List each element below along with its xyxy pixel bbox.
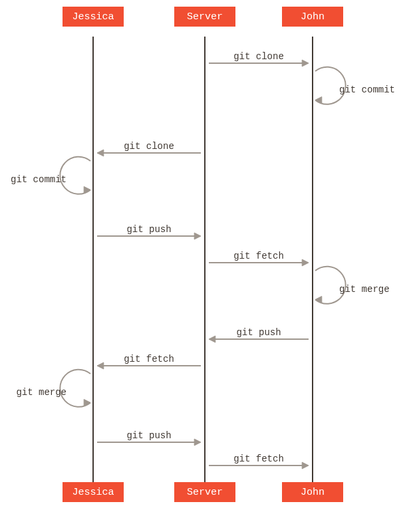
message-2: git clone bbox=[97, 141, 201, 156]
actor-top-john: John bbox=[282, 7, 343, 27]
message-label: git clone bbox=[124, 141, 174, 152]
message-label: git push bbox=[126, 224, 171, 235]
message-label: git merge bbox=[339, 284, 390, 295]
actor-label: Jessica bbox=[72, 487, 114, 498]
actor-bottom-jessica: Jessica bbox=[63, 482, 124, 502]
actor-label: John bbox=[301, 11, 325, 23]
svg-marker-4 bbox=[97, 150, 104, 156]
message-label: git commit bbox=[11, 174, 67, 185]
message-label: git push bbox=[126, 430, 171, 441]
actor-label: Server bbox=[187, 487, 223, 498]
message-label: git commit bbox=[339, 84, 395, 95]
actor-bottom-john: John bbox=[282, 482, 343, 502]
svg-marker-17 bbox=[194, 439, 201, 446]
actor-bottom-server: Server bbox=[174, 482, 235, 502]
svg-marker-14 bbox=[97, 362, 104, 369]
message-1: git commit bbox=[315, 67, 395, 104]
message-3: git commit bbox=[11, 157, 90, 194]
message-0: git clone bbox=[209, 51, 309, 66]
sequence-diagram: git clonegit commitgit clonegit commitgi… bbox=[0, 0, 417, 532]
message-5: git fetch bbox=[209, 251, 309, 266]
message-4: git push bbox=[97, 224, 201, 239]
message-11: git fetch bbox=[209, 454, 309, 469]
svg-marker-1 bbox=[302, 60, 309, 66]
message-10: git push bbox=[97, 430, 201, 446]
message-6: git merge bbox=[315, 267, 390, 304]
message-7: git push bbox=[209, 327, 309, 342]
message-8: git fetch bbox=[97, 354, 201, 369]
message-label: git fetch bbox=[233, 251, 284, 261]
actor-top-jessica: Jessica bbox=[63, 7, 124, 27]
actor-label: John bbox=[301, 487, 325, 498]
actor-label: Jessica bbox=[72, 11, 114, 23]
message-label: git push bbox=[236, 327, 281, 338]
actor-label: Server bbox=[187, 11, 223, 23]
svg-marker-19 bbox=[302, 462, 309, 469]
message-label: git fetch bbox=[233, 454, 284, 464]
message-label: git clone bbox=[233, 51, 284, 62]
message-9: git merge bbox=[16, 370, 90, 407]
svg-marker-12 bbox=[209, 336, 215, 342]
message-label: git merge bbox=[16, 387, 67, 398]
message-label: git fetch bbox=[124, 354, 174, 364]
svg-marker-9 bbox=[302, 259, 309, 266]
actor-top-server: Server bbox=[174, 7, 235, 27]
svg-marker-7 bbox=[194, 233, 201, 239]
